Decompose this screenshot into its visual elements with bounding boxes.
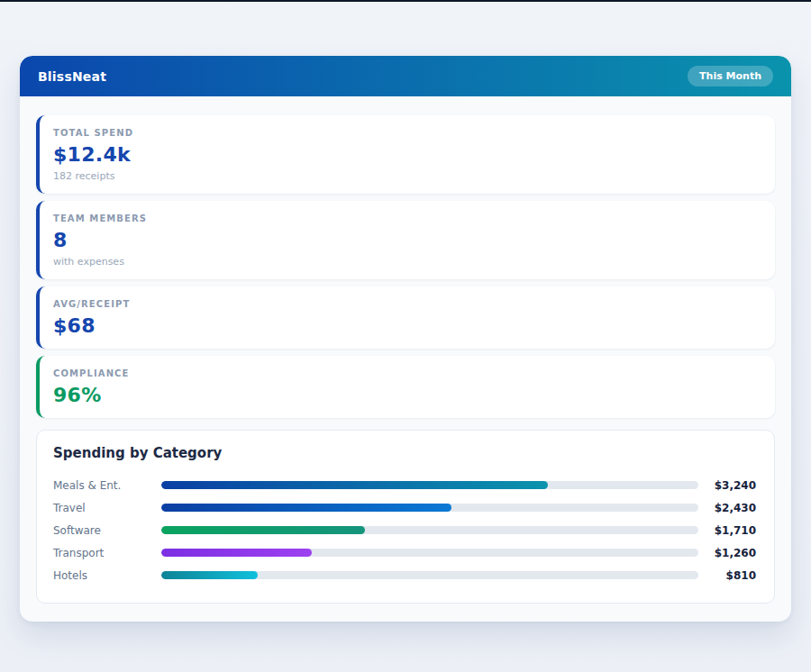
category-label: Hotels xyxy=(53,569,161,582)
dashboard-content: TOTAL SPEND $12.4k 182 receipts TEAM MEM… xyxy=(20,96,791,622)
stat-value: 8 xyxy=(53,229,759,251)
chart-title: Spending by Category xyxy=(53,445,756,461)
stat-value: $12.4k xyxy=(53,143,759,166)
stats-section: TOTAL SPEND $12.4k 182 receipts TEAM MEM… xyxy=(36,115,775,418)
page-background: BlissNeat This Month TOTAL SPEND $12.4k … xyxy=(0,2,811,622)
stat-card: TOTAL SPEND $12.4k 182 receipts xyxy=(36,115,775,194)
category-label: Travel xyxy=(53,502,161,514)
spending-chart-card: Spending by Category Meals & Ent. $3,240… xyxy=(36,430,775,604)
period-badge[interactable]: This Month xyxy=(688,66,773,86)
category-value: $1,260 xyxy=(698,547,756,559)
app-title: BlissNeat xyxy=(38,69,106,84)
category-label: Meals & Ent. xyxy=(53,479,161,492)
stat-value: $68 xyxy=(53,314,759,337)
chart-row: Meals & Ent. $3,240 xyxy=(53,474,756,496)
chart-row: Hotels $810 xyxy=(53,564,756,586)
category-label: Transport xyxy=(53,547,161,559)
bar-fill xyxy=(161,504,451,512)
category-value: $3,240 xyxy=(698,479,756,492)
bar-fill xyxy=(161,481,548,489)
category-label: Software xyxy=(53,524,161,537)
bar-track xyxy=(161,481,698,489)
stat-label: TEAM MEMBERS xyxy=(53,213,759,223)
stat-label: COMPLIANCE xyxy=(53,368,759,378)
stat-label: AVG/RECEIPT xyxy=(53,299,759,309)
stat-card: COMPLIANCE 96% xyxy=(36,356,775,418)
dashboard-card: BlissNeat This Month TOTAL SPEND $12.4k … xyxy=(20,56,791,622)
stat-subtext: 182 receipts xyxy=(53,170,759,182)
bar-track xyxy=(161,571,698,579)
chart-row: Travel $2,430 xyxy=(53,496,756,519)
chart-rows: Meals & Ent. $3,240 Travel $2,430 Softwa… xyxy=(53,474,756,586)
bar-track xyxy=(161,549,698,557)
bar-track xyxy=(161,504,698,512)
category-value: $1,710 xyxy=(698,524,756,537)
chart-row: Software $1,710 xyxy=(53,519,756,541)
bar-fill xyxy=(161,571,258,579)
app-header: BlissNeat This Month xyxy=(20,56,791,96)
stat-subtext: with expenses xyxy=(53,256,759,268)
stat-card: TEAM MEMBERS 8 with expenses xyxy=(36,201,775,279)
bar-track xyxy=(161,526,698,534)
category-value: $810 xyxy=(698,569,756,582)
stat-value: 96% xyxy=(53,384,759,406)
chart-row: Transport $1,260 xyxy=(53,541,756,564)
stat-label: TOTAL SPEND xyxy=(53,128,759,138)
bar-fill xyxy=(161,526,365,534)
bar-fill xyxy=(161,549,312,557)
category-value: $2,430 xyxy=(698,502,756,514)
stat-card: AVG/RECEIPT $68 xyxy=(36,286,775,349)
